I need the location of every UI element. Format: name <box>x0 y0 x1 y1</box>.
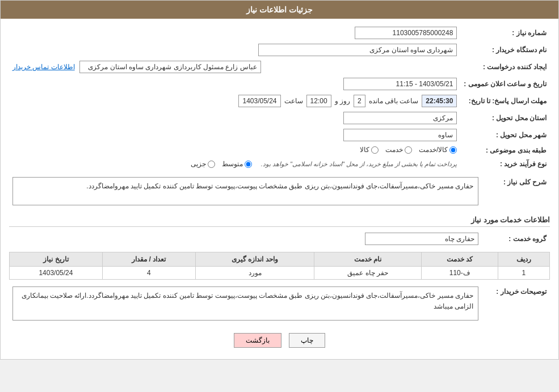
city-label: شهر محل تحویل : <box>460 127 550 144</box>
back-button[interactable]: بازگشت <box>234 333 281 348</box>
radio-kala[interactable] <box>371 146 379 154</box>
radio-jozi-label: جزیی <box>191 160 206 168</box>
services-section-title: اطلاعات خدمات مورد نیاز <box>9 212 550 227</box>
province-value: مرکزی <box>343 112 457 124</box>
col-code: کد خدمت <box>421 252 498 267</box>
reply-date-value: 1403/05/24 <box>238 95 280 107</box>
radio-motavasset-label: متوسط <box>222 160 243 168</box>
table-row: 1ف-110حفر چاه عمیقمورد41403/05/24 <box>10 267 550 280</box>
radio-jozi[interactable] <box>208 161 215 168</box>
radio-kala-khedmat-label: کالا/خدمت <box>419 146 448 154</box>
radio-khedmat-label: خدمت <box>385 146 403 154</box>
announce-date-label: تاریخ و ساعت اعلان عمومی : <box>460 75 550 92</box>
reply-days-value: 2 <box>354 95 365 107</box>
cell-quantity: 4 <box>102 267 195 280</box>
process-label: نوع فرآیند خرید : <box>460 158 550 171</box>
radio-kala-label: کالا <box>360 146 369 154</box>
reply-deadline-label: مهلت ارسال پاسخ: تا تاریخ: <box>460 92 550 109</box>
buyer-notes-value: حفاری مسیر خاکی،مسیرآسفالت،جای فوندانسیو… <box>12 286 478 321</box>
category-label: طبقه بندی موضوعی : <box>460 144 550 158</box>
col-unit: واحد اندازه گیری <box>195 252 314 267</box>
cell-row: 1 <box>498 267 549 280</box>
announce-date-value: 1403/05/21 - 11:15 <box>343 78 457 90</box>
col-date: تاریخ نیاز <box>10 252 103 267</box>
buyer-org-label: نام دستگاه خریدار : <box>460 41 550 58</box>
reply-remaining-label: ساعت باقی مانده <box>369 97 419 105</box>
process-note: پرداخت تمام یا بخشی از مبلغ خرید، از محل… <box>261 161 457 168</box>
creator-label: ایجاد کننده درخواست : <box>460 58 550 75</box>
print-button[interactable]: چاپ <box>289 333 325 348</box>
province-label: استان محل تحویل : <box>460 109 550 127</box>
need-desc-value: حفاری مسیر خاکی،مسیرآسفالت،جای فوندانسیو… <box>12 177 478 205</box>
need-number-value: 1103005785000248 <box>355 27 457 39</box>
col-row: ردیف <box>498 252 549 267</box>
radio-kala-khedmat[interactable] <box>449 146 457 154</box>
col-name: نام خدمت <box>314 252 422 267</box>
reply-time-label: ساعت <box>284 97 303 105</box>
col-quantity: تعداد / مقدار <box>102 252 195 267</box>
radio-motavasset[interactable] <box>245 161 252 168</box>
city-value: ساوه <box>343 129 457 141</box>
category-radio-group: کالا خدمت کالا/خدمت <box>360 146 457 154</box>
service-group-label: گروه خدمت : <box>482 230 550 247</box>
radio-khedmat[interactable] <box>405 146 412 154</box>
page-title: جزئیات اطلاعات نیاز <box>1 1 558 19</box>
service-group-value: حفاری چاه <box>365 233 478 245</box>
creator-contact-link[interactable]: اطلاعات تماس خریدار <box>12 63 75 71</box>
need-desc-label: شرح کلی نیاز : <box>482 175 550 208</box>
cell-name: حفر چاه عمیق <box>314 267 422 280</box>
cell-code: ف-110 <box>421 267 498 280</box>
process-radio-group: جزیی متوسط <box>191 160 252 168</box>
cell-date: 1403/05/24 <box>10 267 103 280</box>
buyer-notes-label: توصیحات خریدار : <box>482 284 550 323</box>
cell-unit: مورد <box>195 267 314 280</box>
reply-days-label: روز و <box>335 97 350 105</box>
reply-time-value: 12:00 <box>306 95 331 107</box>
buyer-org-value: شهرداری ساوه استان مرکزی <box>258 44 457 56</box>
creator-value: عباس زارع مسئول کاربردازی شهرداری ساوه ا… <box>79 61 261 73</box>
button-area: چاپ بازگشت <box>9 327 550 353</box>
need-number-label: شماره نیاز : <box>460 24 550 41</box>
reply-remaining-value: 22:45:30 <box>422 95 457 107</box>
